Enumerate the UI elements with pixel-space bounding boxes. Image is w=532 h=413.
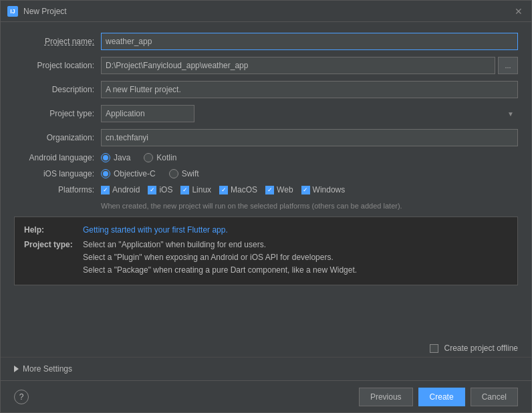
ios-language-label: iOS language: (14, 169, 101, 178)
check-icon: ✓ (150, 187, 155, 193)
platform-android-checkbox-box: ✓ (101, 186, 110, 194)
android-language-row: Android language: Java Kotlin (14, 153, 518, 162)
app-icon: IJ (7, 6, 18, 17)
android-kotlin-radio-circle (144, 153, 153, 162)
help-button[interactable]: ? (14, 390, 29, 404)
project-name-input[interactable] (101, 33, 518, 50)
platforms-row: Platforms: ✓Android✓iOS✓Linux✓MacOS✓Web✓… (14, 185, 518, 194)
android-kotlin-radio[interactable]: Kotlin (144, 153, 176, 162)
platform-web-checkbox[interactable]: ✓Web (265, 185, 293, 194)
offline-row: Create project offline (1, 339, 531, 357)
description-row: Description: (14, 81, 518, 98)
platforms-group: ✓Android✓iOS✓Linux✓MacOS✓Web✓Windows (101, 185, 518, 194)
create-button[interactable]: Create (418, 388, 465, 406)
organization-input[interactable] (101, 129, 518, 146)
more-settings-label: More Settings (23, 364, 72, 374)
create-offline-label: Create project offline (444, 343, 518, 353)
title-bar-left: IJ New Project (7, 6, 67, 17)
project-type-help-row: Project type: Select an "Application" wh… (24, 239, 508, 277)
project-type-dropdown-wrap: Application Plugin Package ▼ (101, 105, 518, 122)
project-location-row: Project location: ... (14, 57, 518, 74)
triangle-right-icon (14, 366, 19, 372)
platform-ios-checkbox[interactable]: ✓iOS (148, 185, 172, 194)
help-link-row: Help: Getting started with your first Fl… (24, 224, 508, 237)
close-button[interactable]: ✕ (513, 5, 525, 17)
android-kotlin-label: Kotlin (156, 153, 176, 162)
new-project-dialog: IJ New Project ✕ Project name: Project l… (0, 0, 532, 413)
platform-windows-checkbox[interactable]: ✓Windows (301, 185, 346, 194)
project-location-field: ... (101, 57, 518, 74)
android-java-radio-inner (103, 155, 108, 160)
dialog-content: Project name: Project location: ... Desc… (1, 22, 531, 339)
platform-windows-checkbox-box: ✓ (301, 186, 310, 194)
create-offline-checkbox[interactable] (430, 344, 438, 353)
platform-web-label: Web (277, 185, 293, 194)
help-line-0: Select an "Application" when building fo… (83, 239, 357, 251)
platform-ios-label: iOS (159, 185, 172, 194)
project-location-label: Project location: (14, 61, 101, 70)
ios-swift-radio-circle (169, 169, 178, 178)
platforms-label: Platforms: (14, 185, 101, 194)
project-type-help-text: Select an "Application" when building fo… (83, 239, 357, 277)
check-icon: ✓ (303, 187, 308, 193)
ios-objc-radio-inner (103, 171, 108, 176)
project-name-label: Project name: (14, 37, 101, 46)
platform-linux-label: Linux (192, 185, 211, 194)
help-line-2: Select a "Package" when creating a pure … (83, 264, 357, 277)
platform-macos-checkbox-box: ✓ (219, 186, 228, 194)
more-settings-toggle[interactable]: More Settings (1, 357, 531, 380)
platform-web-checkbox-box: ✓ (265, 186, 274, 194)
ios-objc-radio-circle (101, 169, 110, 178)
ios-language-row: iOS language: Objective-C Swift (14, 169, 518, 178)
project-location-input[interactable] (101, 57, 495, 74)
help-line-1: Select a "Plugin" when exposing an Andro… (83, 251, 357, 264)
project-type-label: Project type: (14, 109, 101, 118)
project-name-row: Project name: (14, 33, 518, 50)
help-link[interactable]: Getting started with your first Flutter … (83, 224, 228, 237)
android-java-label: Java (114, 153, 130, 162)
platform-linux-checkbox-box: ✓ (180, 186, 189, 194)
platform-android-label: Android (112, 185, 140, 194)
android-language-group: Java Kotlin (101, 153, 518, 162)
project-type-row: Project type: Application Plugin Package… (14, 105, 518, 122)
dialog-title: New Project (23, 7, 67, 16)
description-label: Description: (14, 85, 101, 94)
previous-button[interactable]: Previous (359, 388, 413, 406)
android-java-radio[interactable]: Java (101, 153, 130, 162)
title-bar: IJ New Project ✕ (1, 1, 531, 22)
ios-objc-label: Objective-C (114, 169, 156, 178)
help-label: Help: (24, 224, 78, 237)
android-java-radio-circle (101, 153, 110, 162)
cancel-button[interactable]: Cancel (471, 388, 518, 406)
ios-swift-label: Swift (182, 169, 199, 178)
help-box: Help: Getting started with your first Fl… (14, 217, 518, 285)
platform-macos-checkbox[interactable]: ✓MacOS (219, 185, 257, 194)
footer-right: Previous Create Cancel (359, 388, 518, 406)
platforms-hint: When created, the new project will run o… (101, 201, 518, 211)
platform-android-checkbox[interactable]: ✓Android (101, 185, 140, 194)
platform-linux-checkbox[interactable]: ✓Linux (180, 185, 211, 194)
platform-ios-checkbox-box: ✓ (148, 186, 156, 194)
ios-language-group: Objective-C Swift (101, 169, 518, 178)
check-icon: ✓ (221, 187, 227, 193)
check-icon: ✓ (182, 187, 188, 193)
platform-windows-label: Windows (313, 185, 346, 194)
footer-left: ? (14, 390, 29, 404)
chevron-down-icon: ▼ (507, 110, 514, 118)
ios-objc-radio[interactable]: Objective-C (101, 169, 156, 178)
project-type-help-label: Project type: (24, 239, 78, 277)
browse-button[interactable]: ... (498, 57, 518, 74)
organization-label: Organization: (14, 133, 101, 142)
android-language-label: Android language: (14, 153, 101, 162)
platform-macos-label: MacOS (231, 185, 257, 194)
check-icon: ✓ (103, 187, 108, 193)
ios-swift-radio[interactable]: Swift (169, 169, 199, 178)
description-input[interactable] (101, 81, 518, 98)
organization-row: Organization: (14, 129, 518, 146)
project-type-select[interactable]: Application Plugin Package (101, 105, 194, 122)
dialog-footer: ? Previous Create Cancel (1, 380, 531, 412)
check-icon: ✓ (267, 187, 273, 193)
